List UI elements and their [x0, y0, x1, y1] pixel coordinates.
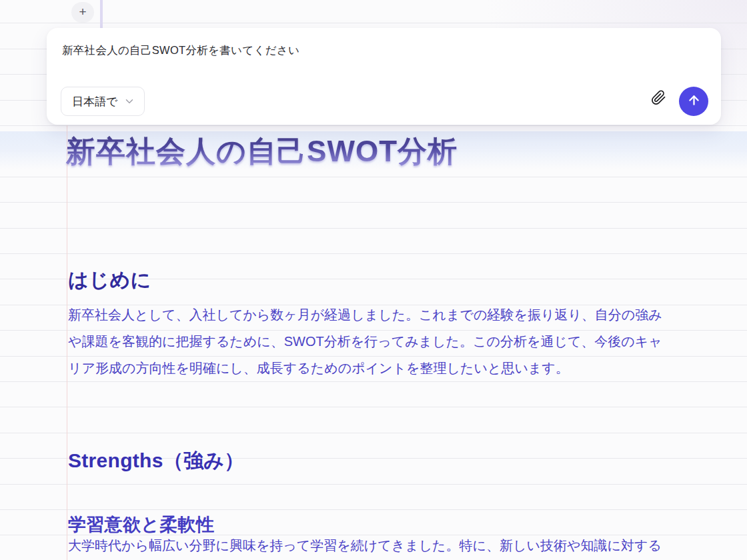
section-heading-strengths: Strengths（強み） — [68, 447, 245, 475]
intro-paragraph-line: リア形成の方向性を明確にし、成長するためのポイントを整理したいと思います。 — [68, 355, 695, 381]
ai-prompt-composer: 新卒社会人の自己SWOT分析を書いてください 日本語で — [47, 28, 721, 125]
language-selector[interactable]: 日本語で — [61, 87, 145, 116]
send-button[interactable] — [679, 87, 708, 116]
strengths-paragraph-line: 大学時代から幅広い分野に興味を持って学習を続けてきました。特に、新しい技術や知識… — [68, 532, 708, 559]
intro-paragraph-line: や課題を客観的に把握するために、SWOT分析を行ってみました。この分析を通じて、… — [68, 328, 695, 355]
chevron-down-icon — [123, 95, 135, 107]
strengths-paragraph: 大学時代から幅広い分野に興味を持って学習を続けてきました。特に、新しい技術や知識… — [68, 532, 708, 559]
arrow-up-icon — [687, 93, 701, 109]
intro-paragraph-line: 新卒社会人として、入社してから数ヶ月が経過しました。これまでの経験を振り返り、自… — [68, 301, 695, 328]
paperclip-icon — [651, 90, 666, 108]
column-guide-line — [100, 0, 103, 28]
attach-file-button[interactable] — [649, 89, 668, 108]
document-title: 新卒社会人の自己SWOT分析 — [66, 134, 458, 169]
language-selector-label: 日本語で — [72, 94, 117, 109]
prompt-text[interactable]: 新卒社会人の自己SWOT分析を書いてください — [62, 43, 299, 58]
intro-paragraph: 新卒社会人として、入社してから数ヶ月が経過しました。これまでの経験を振り返り、自… — [68, 301, 695, 381]
section-heading-hajimeni: はじめに — [68, 267, 151, 294]
margin-guide-line — [67, 125, 67, 560]
add-block-button[interactable]: + — [71, 2, 94, 23]
